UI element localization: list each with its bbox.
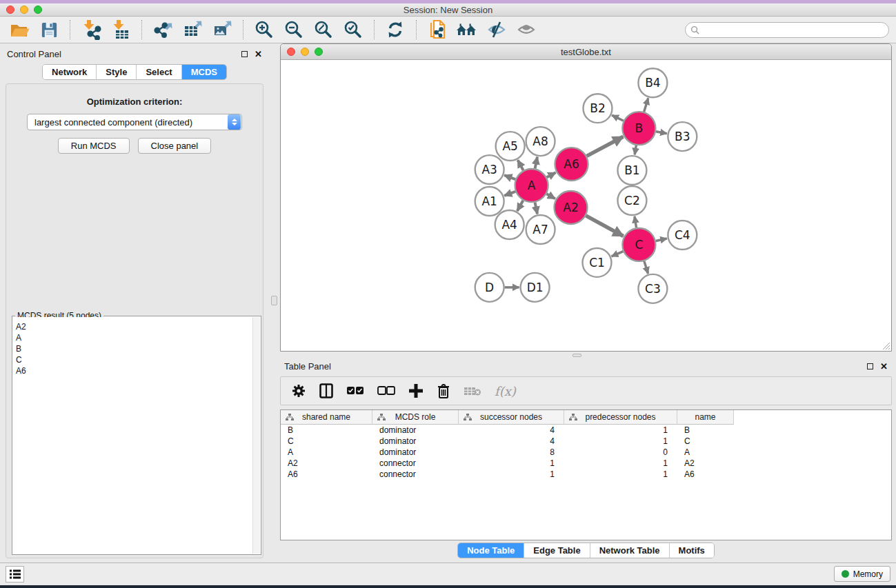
network-window-titlebar[interactable]: testGlobe.txt	[281, 44, 891, 60]
table-row[interactable]: Bdominator41B	[281, 425, 891, 436]
graph-node-A[interactable]: A	[515, 169, 548, 202]
task-history-button[interactable]	[6, 566, 24, 582]
close-panel-icon[interactable]: ✕	[880, 362, 888, 371]
graph-node-A2[interactable]: A2	[555, 191, 588, 224]
network-canvas[interactable]: B4B2BB3A5A8A6A3B1AA1C2A2A4A7C4CC1DD1C3	[281, 60, 891, 351]
result-item[interactable]: A2	[16, 321, 252, 332]
graph-node-A4[interactable]: A4	[495, 210, 524, 239]
first-neighbors-icon[interactable]	[455, 19, 479, 41]
export-table-icon[interactable]	[180, 19, 205, 41]
zoom-fit-icon[interactable]	[311, 19, 336, 41]
zoom-out-icon[interactable]	[281, 19, 306, 41]
table-cell[interactable]: A2	[677, 458, 734, 468]
tab-network-table[interactable]: Network Table	[590, 543, 670, 558]
select-all-icon[interactable]	[346, 386, 364, 396]
graph-edge-A-A4[interactable]	[517, 201, 523, 211]
import-network-icon[interactable]	[79, 19, 103, 41]
search-field[interactable]	[685, 22, 889, 38]
table-cell[interactable]: 0	[564, 447, 677, 457]
zoom-selected-icon[interactable]	[341, 19, 366, 41]
graph-edge-A2-C[interactable]	[586, 216, 623, 236]
graph-node-A8[interactable]: A8	[526, 127, 555, 156]
export-network-icon[interactable]	[150, 19, 175, 41]
table-cell[interactable]: C	[677, 436, 734, 446]
graph-edge-A6-B[interactable]	[587, 136, 624, 156]
table-cell[interactable]: A6	[677, 469, 734, 479]
memory-button[interactable]: Memory	[834, 566, 890, 582]
graph-edge-A-A1[interactable]	[504, 192, 515, 196]
graph-node-B1[interactable]: B1	[617, 156, 646, 185]
graph-node-B4[interactable]: B4	[638, 68, 667, 97]
tab-network[interactable]: Network	[43, 65, 97, 79]
hide-graphics-details-icon[interactable]	[484, 19, 509, 41]
clone-network-icon[interactable]	[425, 19, 450, 41]
table-cell[interactable]: connector	[372, 469, 459, 479]
deselect-all-icon[interactable]	[377, 386, 395, 396]
column-header-predecessor-nodes[interactable]: predecessor nodes	[564, 410, 677, 425]
graph-node-A6[interactable]: A6	[555, 148, 588, 181]
column-panel-icon[interactable]	[319, 383, 333, 398]
graph-node-A1[interactable]: A1	[475, 187, 504, 216]
mcds-result-list[interactable]: A2ABCA6	[13, 317, 252, 554]
table-cell[interactable]: 8	[459, 447, 564, 457]
graph-node-D[interactable]: D	[475, 273, 504, 302]
table-cell[interactable]: A6	[281, 469, 372, 479]
tab-select[interactable]: Select	[137, 65, 181, 79]
column-header-name[interactable]: name	[677, 410, 734, 425]
open-file-icon[interactable]	[7, 19, 32, 41]
graph-edge-A-A6[interactable]	[547, 172, 556, 177]
close-panel-icon[interactable]: ✕	[255, 50, 262, 59]
table-cell[interactable]: A2	[281, 458, 372, 468]
import-table-icon[interactable]	[108, 19, 133, 41]
table-cell[interactable]: 1	[564, 469, 677, 479]
table-row[interactable]: Adominator80A	[281, 447, 891, 458]
graph-edge-B-B2[interactable]	[612, 115, 624, 121]
table-row[interactable]: A6connector11A6	[281, 469, 891, 480]
table-cell[interactable]: 1	[564, 425, 677, 435]
table-cell[interactable]: A	[281, 447, 372, 457]
graph-edge-A-A8[interactable]	[535, 157, 537, 169]
table-row[interactable]: Cdominator41C	[281, 436, 891, 447]
table-cell[interactable]: 1	[564, 458, 677, 468]
graph-edge-C-C4[interactable]	[656, 239, 667, 241]
graph-edge-A-A3[interactable]	[504, 175, 515, 179]
graph-node-A3[interactable]: A3	[475, 155, 504, 184]
resize-grip-icon[interactable]	[881, 341, 890, 350]
graph-node-B[interactable]: B	[622, 112, 655, 145]
result-item[interactable]: B	[16, 343, 252, 354]
table-cell[interactable]: connector	[372, 458, 459, 468]
table-cell[interactable]: 1	[459, 469, 564, 479]
export-image-icon[interactable]	[210, 19, 235, 41]
column-header-MCDS-role[interactable]: MCDS role	[372, 410, 459, 425]
tab-motifs[interactable]: Motifs	[670, 543, 714, 558]
column-header-successor-nodes[interactable]: successor nodes	[459, 410, 564, 425]
main-titlebar[interactable]: Session: New Session	[0, 3, 896, 17]
float-panel-icon[interactable]	[867, 363, 873, 369]
column-header-shared-name[interactable]: shared name	[281, 410, 372, 425]
save-session-icon[interactable]	[37, 19, 61, 41]
add-icon[interactable]	[408, 383, 424, 398]
graph-node-A7[interactable]: A7	[526, 215, 555, 244]
graph-node-D1[interactable]: D1	[521, 273, 550, 302]
result-item[interactable]: A	[16, 332, 252, 343]
table-cell[interactable]: A	[677, 447, 734, 457]
result-item[interactable]: A6	[16, 365, 252, 376]
refresh-icon[interactable]	[383, 19, 408, 41]
float-panel-icon[interactable]	[241, 51, 248, 57]
tab-edge-table[interactable]: Edge Table	[524, 543, 590, 558]
graph-edge-B-B3[interactable]	[656, 132, 667, 134]
table-cell[interactable]: B	[281, 425, 372, 435]
table-cell[interactable]: dominator	[372, 436, 459, 446]
criterion-dropdown[interactable]: largest connected component (directed)	[27, 114, 242, 130]
graph-node-C[interactable]: C	[622, 228, 655, 261]
zoom-in-icon[interactable]	[252, 19, 277, 41]
tab-style[interactable]: Style	[97, 65, 137, 79]
gear-icon[interactable]	[291, 383, 306, 398]
graph-edge-C-C3[interactable]	[644, 261, 648, 274]
graph-edge-C-C2[interactable]	[635, 216, 637, 228]
graph-node-C3[interactable]: C3	[638, 274, 667, 303]
table-row[interactable]: A2connector11A2	[281, 458, 891, 469]
graph-edge-C-C1[interactable]	[612, 252, 624, 256]
table-cell[interactable]: 4	[459, 436, 564, 446]
result-item[interactable]: C	[16, 354, 252, 365]
